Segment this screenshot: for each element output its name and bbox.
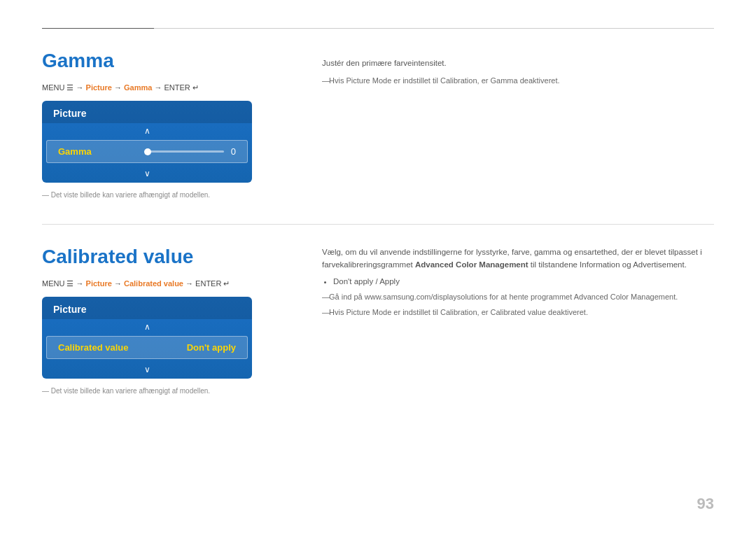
calibrated-arrow-down: ∨ <box>42 360 252 379</box>
mid-divider <box>42 224 714 225</box>
calibrated-menu-item2: Calibrated value <box>124 279 183 288</box>
gamma-row-label: Gamma <box>58 146 137 157</box>
gamma-tv-row: Gamma 0 <box>46 140 248 163</box>
page: Gamma MENU ☰ → Picture → Gamma → ENTER ↵… <box>0 0 756 534</box>
calibrated-row-label: Calibrated value <box>58 342 187 353</box>
picture-mode-ref2: Picture Mode <box>346 308 391 316</box>
arrow1: → <box>114 83 124 92</box>
calibration-ref2: Calibration <box>440 308 477 316</box>
gamma-arrow-up: ∧ <box>42 123 252 139</box>
arrow3: → <box>114 279 124 288</box>
calibrated-value-section: Calibrated value MENU ☰ → Picture → Cali… <box>42 246 714 395</box>
gamma-tv-box: Picture ∧ Gamma 0 ∨ <box>42 101 252 183</box>
acm-ref2: Advanced Color Management <box>574 293 676 301</box>
gamma-menu-path: MENU ☰ → Picture → Gamma → ENTER ↵ <box>42 83 294 92</box>
picture-mode-ref1: Picture Mode <box>346 76 391 85</box>
menu-prefix: MENU <box>42 83 64 92</box>
gamma-menu-item2: Gamma <box>124 83 152 92</box>
gamma-desc: Justér den primære farveintensitet. <box>322 57 714 69</box>
menu-symbol: ☰ → <box>66 83 85 92</box>
calibrated-dash2: Hvis Picture Mode er indstillet til Cali… <box>322 307 714 318</box>
calibrated-value-ref: Calibrated value <box>491 308 547 316</box>
gamma-title: Gamma <box>42 50 294 72</box>
arrow4: → ENTER <box>186 279 223 288</box>
gamma-ref: Gamma <box>491 76 518 85</box>
calibrated-title: Calibrated value <box>42 246 294 268</box>
apply-option: Apply <box>379 277 400 286</box>
calibrated-bullet-list: Don't apply / Apply <box>333 277 714 286</box>
page-number: 93 <box>697 495 714 513</box>
gamma-section: Gamma MENU ☰ → Picture → Gamma → ENTER ↵… <box>42 50 714 199</box>
enter-symbol2: ↵ <box>223 279 230 288</box>
menu-symbol2: ☰ → <box>66 279 85 288</box>
calibrated-arrow-up: ∧ <box>42 319 252 335</box>
gamma-dash-note: Hvis Picture Mode er indstillet til Cali… <box>322 75 714 87</box>
gamma-left-col: Gamma MENU ☰ → Picture → Gamma → ENTER ↵… <box>42 50 294 199</box>
calibrated-right-col: Vælg, om du vil anvende indstillingerne … <box>322 246 714 395</box>
arrow2: → ENTER <box>154 83 192 92</box>
menu-prefix2: MENU <box>42 279 64 288</box>
calibrated-menu-item1: Picture <box>86 279 112 288</box>
gamma-row-value: 0 <box>231 146 236 157</box>
gamma-tv-header: Picture <box>42 101 252 123</box>
calibrated-left-col: Calibrated value MENU ☰ → Picture → Cali… <box>42 246 294 395</box>
calibrated-tv-row: Calibrated value Don't apply <box>46 336 248 359</box>
calibrated-tv-header: Picture <box>42 297 252 319</box>
calibrated-desc: Vælg, om du vil anvende indstillingerne … <box>322 246 714 272</box>
enter-symbol: ↵ <box>192 83 199 92</box>
gamma-arrow-down: ∨ <box>42 164 252 183</box>
calibrated-dash1: Gå ind på www.samsung.com/displaysolutio… <box>322 291 714 303</box>
acm-ref1: Advanced Color Management <box>415 260 528 269</box>
top-divider <box>42 28 714 29</box>
gamma-menu-item1: Picture <box>86 83 112 92</box>
calibrated-menu-path: MENU ☰ → Picture → Calibrated value → EN… <box>42 279 294 288</box>
gamma-note: Det viste billede kan variere afhængigt … <box>42 191 294 199</box>
calibrated-tv-box: Picture ∧ Calibrated value Don't apply ∨ <box>42 297 252 379</box>
calibrated-bullet-item: Don't apply / Apply <box>333 277 714 286</box>
calibrated-row-value: Don't apply <box>187 342 236 353</box>
gamma-slider <box>144 150 223 153</box>
calibrated-note: Det viste billede kan variere afhængigt … <box>42 387 294 395</box>
dont-apply-option: Don't apply <box>333 277 373 286</box>
calibration-ref1: Calibration <box>440 76 477 85</box>
gamma-right-col: Justér den primære farveintensitet. Hvis… <box>322 50 714 199</box>
